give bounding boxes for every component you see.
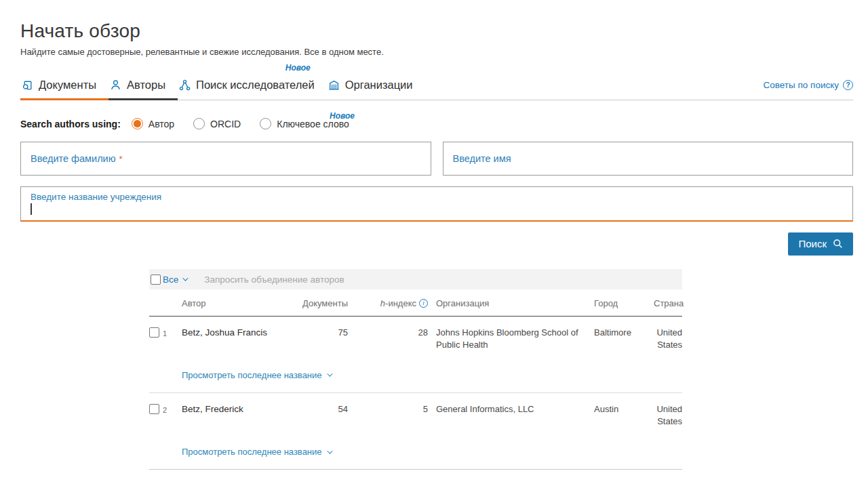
hindex-value: 28 — [348, 327, 428, 351]
required-marker: * — [119, 154, 123, 164]
last-name-placeholder: Введите фамилию — [31, 153, 116, 164]
radio-author-label: Автор — [149, 119, 174, 129]
tab-researcher-discovery-label: Поиск исследователей — [196, 79, 315, 92]
country: United States — [654, 327, 682, 351]
row-number: 1 — [163, 327, 167, 339]
col-organization: Организация — [428, 298, 586, 309]
network-icon — [179, 79, 191, 91]
hindex-value: 5 — [348, 403, 428, 428]
table-row: 2 Betz, Frederick 54 5 General Informati… — [149, 403, 682, 428]
name-fields-row: Введите фамилию * Введите имя — [20, 142, 853, 176]
page-title: Начать обзор — [20, 20, 853, 42]
tab-documents-label: Документы — [39, 79, 96, 92]
new-badge: Новое — [330, 111, 355, 121]
select-all-dropdown[interactable]: Все — [163, 274, 186, 285]
documents-count: 54 — [283, 403, 348, 428]
text-cursor — [31, 203, 32, 215]
chevron-down-icon — [182, 275, 188, 281]
col-hindex: h-индекс — [348, 298, 428, 309]
person-icon — [110, 79, 121, 91]
first-name-input[interactable]: Введите имя — [443, 142, 854, 176]
radio-orcid-label: ORCID — [210, 119, 241, 129]
tab-researcher-discovery[interactable]: Новое Поиск исследователей — [178, 73, 327, 100]
search-icon — [833, 239, 843, 249]
organization: Johns Hopkins Bloomberg School of Public… — [428, 327, 586, 351]
affiliation-input[interactable]: Введите название учреждения — [20, 186, 853, 222]
results-panel: Все Запросить объединение авторов Автор … — [149, 269, 682, 470]
search-tabs: Документы Авторы Новое Поиск исследовате… — [20, 73, 853, 100]
results-toolbar: Все Запросить объединение авторов — [149, 269, 682, 289]
select-all-label: Все — [163, 274, 178, 285]
search-using-options: Search authors using: Автор ORCID Ключев… — [20, 118, 853, 129]
row-checkbox[interactable] — [149, 404, 159, 414]
table-row: 1 Betz, Joshua Francis 75 28 Johns Hopki… — [149, 327, 682, 351]
document-search-icon — [22, 79, 33, 91]
view-last-title-link[interactable]: Просмотреть последнее название — [182, 447, 682, 457]
radio-orcid[interactable]: ORCID — [193, 118, 241, 129]
city: Baltimore — [586, 327, 654, 351]
tab-affiliations-label: Организации — [345, 79, 413, 92]
page-subtitle: Найдите самые достоверные, релевантные и… — [20, 47, 853, 57]
info-icon[interactable] — [419, 299, 428, 308]
affiliation-placeholder: Введите название учреждения — [31, 192, 843, 202]
search-button-label: Поиск — [798, 238, 827, 249]
author-result-group: 1 Betz, Joshua Francis 75 28 Johns Hopki… — [149, 317, 682, 380]
merge-authors-action: Запросить объединение авторов — [204, 274, 344, 285]
view-last-title-link[interactable]: Просмотреть последнее название — [182, 370, 682, 380]
search-button[interactable]: Поиск — [788, 232, 853, 256]
building-icon — [328, 79, 340, 91]
col-documents: Документы — [283, 298, 348, 309]
search-button-row: Поиск — [20, 232, 853, 256]
documents-count: 75 — [283, 327, 348, 351]
first-name-placeholder: Введите имя — [453, 153, 511, 164]
col-city: Город — [586, 298, 654, 309]
results-header-row: Автор Документы h-индекс Организация Гор… — [149, 289, 682, 317]
search-tips-label: Советы по поиску — [764, 80, 839, 90]
author-result-group: 2 Betz, Frederick 54 5 General Informati… — [149, 392, 682, 470]
tab-affiliations[interactable]: Организации — [327, 73, 425, 100]
new-badge: Новое — [285, 63, 311, 73]
row-number: 2 — [163, 404, 167, 415]
tab-authors[interactable]: Авторы — [108, 73, 178, 100]
radio-selected-icon — [132, 118, 143, 129]
row-checkbox[interactable] — [149, 327, 159, 338]
select-all-checkbox[interactable] — [151, 274, 161, 285]
col-author: Автор — [182, 298, 283, 309]
radio-author[interactable]: Автор — [132, 118, 174, 129]
chevron-down-icon — [327, 448, 332, 453]
last-name-input[interactable]: Введите фамилию * — [20, 142, 431, 176]
organization: General Informatics, LLC — [428, 403, 586, 428]
author-name[interactable]: Betz, Frederick — [182, 403, 283, 428]
city: Austin — [586, 403, 654, 428]
author-search-page: Начать обзор Найдите самые достоверные, … — [0, 0, 868, 470]
search-tips-link[interactable]: Советы по поиску — [764, 80, 853, 100]
chevron-down-icon — [327, 371, 332, 377]
question-circle-icon — [843, 80, 853, 90]
country: United States — [654, 403, 682, 428]
tab-authors-label: Авторы — [127, 79, 165, 92]
radio-unselected-icon — [260, 118, 271, 129]
author-name[interactable]: Betz, Joshua Francis — [182, 327, 283, 351]
tab-documents[interactable]: Документы — [20, 73, 108, 100]
radio-unselected-icon — [193, 118, 205, 129]
search-using-label: Search authors using: — [20, 119, 121, 129]
col-country: Страна — [654, 298, 682, 309]
